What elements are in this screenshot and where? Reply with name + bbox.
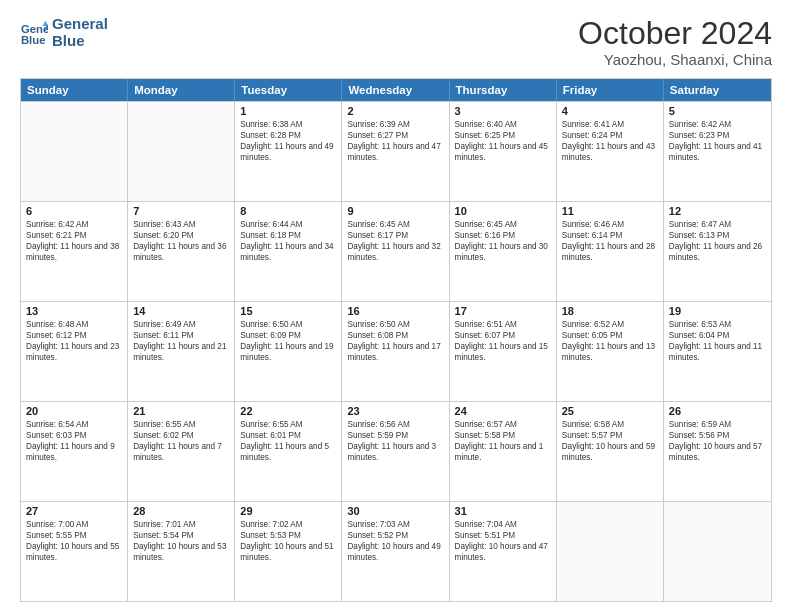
cell-info: Sunrise: 6:59 AM Sunset: 5:56 PM Dayligh… (669, 419, 766, 463)
day-number: 21 (133, 405, 229, 417)
cell-info: Sunrise: 6:55 AM Sunset: 6:01 PM Dayligh… (240, 419, 336, 463)
cell-info: Sunrise: 6:50 AM Sunset: 6:09 PM Dayligh… (240, 319, 336, 363)
day-number: 4 (562, 105, 658, 117)
calendar-cell (21, 102, 128, 201)
day-number: 25 (562, 405, 658, 417)
header: General Blue General Blue October 2024 Y… (20, 16, 772, 68)
calendar-cell: 25Sunrise: 6:58 AM Sunset: 5:57 PM Dayli… (557, 402, 664, 501)
calendar-row: 20Sunrise: 6:54 AM Sunset: 6:03 PM Dayli… (21, 401, 771, 501)
calendar-cell: 31Sunrise: 7:04 AM Sunset: 5:51 PM Dayli… (450, 502, 557, 601)
cell-info: Sunrise: 6:47 AM Sunset: 6:13 PM Dayligh… (669, 219, 766, 263)
calendar-body: 1Sunrise: 6:38 AM Sunset: 6:28 PM Daylig… (21, 101, 771, 601)
day-number: 31 (455, 505, 551, 517)
cell-info: Sunrise: 6:39 AM Sunset: 6:27 PM Dayligh… (347, 119, 443, 163)
cell-info: Sunrise: 6:52 AM Sunset: 6:05 PM Dayligh… (562, 319, 658, 363)
day-number: 5 (669, 105, 766, 117)
cell-info: Sunrise: 7:00 AM Sunset: 5:55 PM Dayligh… (26, 519, 122, 563)
calendar-row: 1Sunrise: 6:38 AM Sunset: 6:28 PM Daylig… (21, 101, 771, 201)
day-number: 6 (26, 205, 122, 217)
day-number: 23 (347, 405, 443, 417)
day-number: 26 (669, 405, 766, 417)
day-number: 27 (26, 505, 122, 517)
calendar-cell: 2Sunrise: 6:39 AM Sunset: 6:27 PM Daylig… (342, 102, 449, 201)
calendar-cell: 26Sunrise: 6:59 AM Sunset: 5:56 PM Dayli… (664, 402, 771, 501)
cell-info: Sunrise: 6:48 AM Sunset: 6:12 PM Dayligh… (26, 319, 122, 363)
cell-info: Sunrise: 6:41 AM Sunset: 6:24 PM Dayligh… (562, 119, 658, 163)
day-number: 7 (133, 205, 229, 217)
weekday-header: Thursday (450, 79, 557, 101)
title-area: October 2024 Yaozhou, Shaanxi, China (578, 16, 772, 68)
cell-info: Sunrise: 6:51 AM Sunset: 6:07 PM Dayligh… (455, 319, 551, 363)
cell-info: Sunrise: 6:58 AM Sunset: 5:57 PM Dayligh… (562, 419, 658, 463)
day-number: 13 (26, 305, 122, 317)
calendar-cell: 24Sunrise: 6:57 AM Sunset: 5:58 PM Dayli… (450, 402, 557, 501)
calendar-cell: 17Sunrise: 6:51 AM Sunset: 6:07 PM Dayli… (450, 302, 557, 401)
cell-info: Sunrise: 6:50 AM Sunset: 6:08 PM Dayligh… (347, 319, 443, 363)
cell-info: Sunrise: 6:40 AM Sunset: 6:25 PM Dayligh… (455, 119, 551, 163)
logo-icon: General Blue (20, 19, 48, 47)
calendar-cell (557, 502, 664, 601)
cell-info: Sunrise: 6:56 AM Sunset: 5:59 PM Dayligh… (347, 419, 443, 463)
calendar-cell: 13Sunrise: 6:48 AM Sunset: 6:12 PM Dayli… (21, 302, 128, 401)
calendar-cell: 11Sunrise: 6:46 AM Sunset: 6:14 PM Dayli… (557, 202, 664, 301)
cell-info: Sunrise: 6:44 AM Sunset: 6:18 PM Dayligh… (240, 219, 336, 263)
day-number: 14 (133, 305, 229, 317)
cell-info: Sunrise: 6:54 AM Sunset: 6:03 PM Dayligh… (26, 419, 122, 463)
day-number: 24 (455, 405, 551, 417)
day-number: 19 (669, 305, 766, 317)
cell-info: Sunrise: 7:01 AM Sunset: 5:54 PM Dayligh… (133, 519, 229, 563)
calendar-row: 6Sunrise: 6:42 AM Sunset: 6:21 PM Daylig… (21, 201, 771, 301)
weekday-header: Saturday (664, 79, 771, 101)
day-number: 28 (133, 505, 229, 517)
cell-info: Sunrise: 6:53 AM Sunset: 6:04 PM Dayligh… (669, 319, 766, 363)
day-number: 1 (240, 105, 336, 117)
calendar-cell: 15Sunrise: 6:50 AM Sunset: 6:09 PM Dayli… (235, 302, 342, 401)
calendar-cell: 7Sunrise: 6:43 AM Sunset: 6:20 PM Daylig… (128, 202, 235, 301)
calendar-cell: 8Sunrise: 6:44 AM Sunset: 6:18 PM Daylig… (235, 202, 342, 301)
calendar-cell: 9Sunrise: 6:45 AM Sunset: 6:17 PM Daylig… (342, 202, 449, 301)
calendar-cell: 1Sunrise: 6:38 AM Sunset: 6:28 PM Daylig… (235, 102, 342, 201)
logo: General Blue General Blue (20, 16, 108, 49)
cell-info: Sunrise: 6:43 AM Sunset: 6:20 PM Dayligh… (133, 219, 229, 263)
calendar-row: 27Sunrise: 7:00 AM Sunset: 5:55 PM Dayli… (21, 501, 771, 601)
calendar-cell (128, 102, 235, 201)
cell-info: Sunrise: 6:45 AM Sunset: 6:17 PM Dayligh… (347, 219, 443, 263)
calendar-cell: 10Sunrise: 6:45 AM Sunset: 6:16 PM Dayli… (450, 202, 557, 301)
weekday-header: Tuesday (235, 79, 342, 101)
cell-info: Sunrise: 6:42 AM Sunset: 6:21 PM Dayligh… (26, 219, 122, 263)
day-number: 29 (240, 505, 336, 517)
day-number: 20 (26, 405, 122, 417)
weekday-header: Sunday (21, 79, 128, 101)
cell-info: Sunrise: 6:46 AM Sunset: 6:14 PM Dayligh… (562, 219, 658, 263)
calendar-cell: 18Sunrise: 6:52 AM Sunset: 6:05 PM Dayli… (557, 302, 664, 401)
day-number: 3 (455, 105, 551, 117)
weekday-header: Friday (557, 79, 664, 101)
calendar-row: 13Sunrise: 6:48 AM Sunset: 6:12 PM Dayli… (21, 301, 771, 401)
cell-info: Sunrise: 6:45 AM Sunset: 6:16 PM Dayligh… (455, 219, 551, 263)
svg-text:Blue: Blue (21, 33, 46, 45)
cell-info: Sunrise: 7:03 AM Sunset: 5:52 PM Dayligh… (347, 519, 443, 563)
calendar-header: SundayMondayTuesdayWednesdayThursdayFrid… (21, 79, 771, 101)
calendar-cell: 19Sunrise: 6:53 AM Sunset: 6:04 PM Dayli… (664, 302, 771, 401)
day-number: 15 (240, 305, 336, 317)
weekday-header: Wednesday (342, 79, 449, 101)
calendar-cell: 12Sunrise: 6:47 AM Sunset: 6:13 PM Dayli… (664, 202, 771, 301)
location-title: Yaozhou, Shaanxi, China (578, 51, 772, 68)
calendar-cell: 27Sunrise: 7:00 AM Sunset: 5:55 PM Dayli… (21, 502, 128, 601)
calendar-cell: 6Sunrise: 6:42 AM Sunset: 6:21 PM Daylig… (21, 202, 128, 301)
day-number: 2 (347, 105, 443, 117)
calendar-cell: 16Sunrise: 6:50 AM Sunset: 6:08 PM Dayli… (342, 302, 449, 401)
calendar-cell: 30Sunrise: 7:03 AM Sunset: 5:52 PM Dayli… (342, 502, 449, 601)
cell-info: Sunrise: 6:55 AM Sunset: 6:02 PM Dayligh… (133, 419, 229, 463)
day-number: 12 (669, 205, 766, 217)
day-number: 8 (240, 205, 336, 217)
calendar-cell: 21Sunrise: 6:55 AM Sunset: 6:02 PM Dayli… (128, 402, 235, 501)
day-number: 17 (455, 305, 551, 317)
logo-text: General Blue (52, 16, 108, 49)
calendar-cell: 28Sunrise: 7:01 AM Sunset: 5:54 PM Dayli… (128, 502, 235, 601)
cell-info: Sunrise: 6:57 AM Sunset: 5:58 PM Dayligh… (455, 419, 551, 463)
day-number: 18 (562, 305, 658, 317)
day-number: 11 (562, 205, 658, 217)
weekday-header: Monday (128, 79, 235, 101)
calendar-cell: 5Sunrise: 6:42 AM Sunset: 6:23 PM Daylig… (664, 102, 771, 201)
